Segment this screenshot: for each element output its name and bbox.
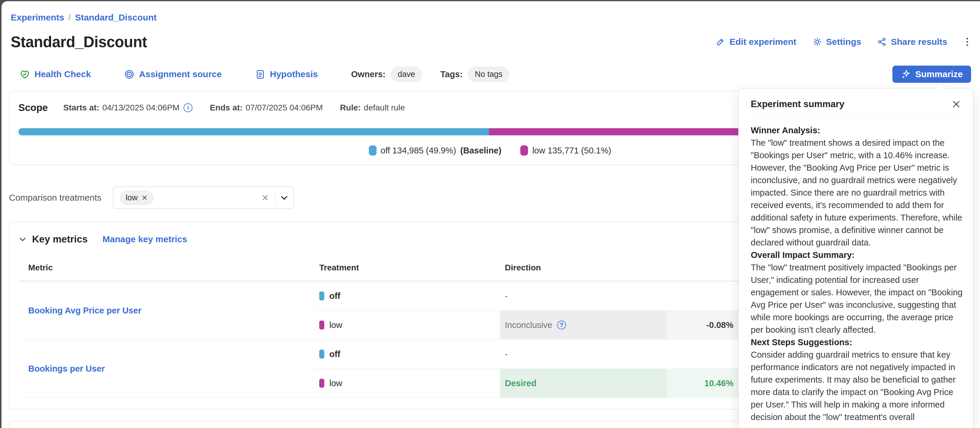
- summary-section-heading: Next Steps Suggestions:: [751, 336, 963, 349]
- column-header-metric: Metric: [18, 263, 319, 273]
- question-icon[interactable]: ?: [557, 320, 566, 330]
- owners-label: Owners:: [351, 70, 385, 79]
- direction-dash: -: [505, 291, 508, 301]
- treatment-name: off: [329, 291, 340, 301]
- sparkles-icon: [901, 69, 911, 79]
- summary-section-heading: Overall Impact Summary:: [751, 249, 963, 261]
- heart-check-icon: [20, 69, 30, 79]
- summary-section-body: Consider adding guardrail metrics to ens…: [751, 349, 963, 423]
- breadcrumb-separator: /: [68, 13, 71, 22]
- starts-at-label: Starts at:: [63, 103, 99, 113]
- low-swatch: [319, 379, 324, 388]
- pencil-icon: [716, 37, 725, 47]
- legend-low-text: low 135,771 (50.1%): [532, 146, 611, 155]
- legend-item-low: low 135,771 (50.1%): [520, 146, 611, 155]
- low-swatch: [319, 320, 324, 330]
- share-results-label: Share results: [891, 37, 947, 47]
- column-header-treatment: Treatment: [319, 263, 500, 273]
- treatment-name: low: [329, 379, 342, 388]
- scope-rule: Rule: default rule: [340, 103, 405, 113]
- direction-status: Desired: [505, 379, 536, 388]
- tab-hypothesis-label: Hypothesis: [270, 69, 318, 79]
- direction-dash: -: [505, 349, 508, 359]
- treatment-chip-low[interactable]: low: [120, 191, 154, 205]
- summarize-button[interactable]: Summarize: [892, 66, 971, 83]
- off-swatch: [319, 350, 324, 358]
- experiment-page: Experiments / Standard_Discount Standard…: [2, 1, 980, 428]
- document-icon: [255, 69, 266, 79]
- summarize-label: Summarize: [915, 69, 963, 79]
- select-clear-icon[interactable]: [259, 192, 271, 204]
- low-swatch: [520, 146, 528, 155]
- edit-experiment-label: Edit experiment: [729, 37, 796, 47]
- allocation-segment-off: [18, 128, 489, 135]
- ends-at-label: Ends at:: [210, 103, 242, 113]
- header-actions: Edit experiment Settings Share results: [716, 36, 971, 48]
- off-swatch: [369, 146, 377, 155]
- gear-icon: [813, 37, 822, 47]
- delta-value: 10.46%: [667, 369, 740, 398]
- comparison-treatments-label: Comparison treatments: [9, 193, 113, 203]
- starts-at-value: 04/13/2025 04:06PM: [102, 103, 179, 113]
- settings-label: Settings: [826, 37, 861, 47]
- off-swatch: [319, 292, 324, 300]
- select-chevron-down-icon[interactable]: [280, 193, 289, 202]
- share-results-button[interactable]: Share results: [877, 37, 947, 47]
- tab-hypothesis[interactable]: Hypothesis: [255, 69, 318, 79]
- legend-baseline-text: (Baseline): [460, 146, 501, 155]
- target-icon: [124, 69, 135, 79]
- delta-value: -0.08%: [667, 311, 740, 339]
- share-icon: [877, 37, 887, 47]
- collapse-chevron-down-icon[interactable]: [18, 235, 27, 243]
- tags-chip[interactable]: No tags: [468, 67, 509, 82]
- summary-panel-title: Experiment summary: [751, 99, 950, 109]
- toolbar: Health Check Assignment source Hypothesi…: [9, 65, 971, 83]
- tab-health-check-label: Health Check: [35, 69, 91, 79]
- tab-health-check[interactable]: Health Check: [20, 69, 91, 79]
- scope-title: Scope: [18, 102, 48, 113]
- manage-key-metrics-link[interactable]: Manage key metrics: [102, 234, 187, 244]
- owners-group: Owners: dave: [351, 67, 422, 82]
- tags-label: Tags:: [441, 70, 463, 79]
- rule-value: default rule: [364, 103, 405, 113]
- treatment-name: off: [329, 349, 340, 359]
- ends-at-value: 07/07/2025 04:06PM: [246, 103, 323, 113]
- scope-starts-at: Starts at: 04/13/2025 04:06PM i: [63, 103, 192, 113]
- key-metrics-title: Key metrics: [32, 234, 88, 245]
- settings-button[interactable]: Settings: [813, 37, 861, 47]
- summary-section-heading: Winner Analysis:: [751, 124, 963, 136]
- page-header: Standard_Discount Edit experiment Settin…: [9, 30, 971, 54]
- scope-ends-at: Ends at: 07/07/2025 04:06PM: [210, 103, 323, 113]
- info-icon[interactable]: i: [183, 103, 192, 112]
- summary-panel-body: Winner Analysis: The "low" treatment sho…: [739, 117, 973, 423]
- experiment-summary-panel: Experiment summary Winner Analysis: The …: [738, 88, 974, 428]
- metric-link[interactable]: Bookings per User: [28, 364, 105, 373]
- close-icon[interactable]: [950, 98, 962, 110]
- metric-link[interactable]: Booking Avg Price per User: [28, 306, 142, 315]
- more-options-icon[interactable]: [963, 36, 971, 48]
- edit-experiment-button[interactable]: Edit experiment: [716, 37, 796, 47]
- legend-off-text: off 134,985 (49.9%): [381, 146, 456, 155]
- tab-assignment-source-label: Assignment source: [139, 69, 221, 79]
- comparison-treatments-select[interactable]: low: [113, 186, 294, 209]
- legend-item-off: off 134,985 (49.9%) (Baseline): [369, 146, 501, 155]
- summary-section-body: The "low" treatment positively impacted …: [751, 261, 963, 336]
- treatment-chip-label: low: [126, 193, 138, 203]
- tags-group: Tags: No tags: [441, 67, 509, 82]
- breadcrumb: Experiments / Standard_Discount: [9, 1, 971, 22]
- chip-remove-icon[interactable]: [142, 194, 148, 201]
- direction-status: Inconclusive: [505, 320, 552, 330]
- page-title: Standard_Discount: [11, 33, 147, 51]
- tab-assignment-source[interactable]: Assignment source: [124, 69, 221, 79]
- rule-label: Rule:: [340, 103, 361, 113]
- breadcrumb-experiments-link[interactable]: Experiments: [11, 13, 64, 22]
- breadcrumb-current-link[interactable]: Standard_Discount: [75, 13, 156, 22]
- owner-chip[interactable]: dave: [391, 67, 422, 82]
- summary-section-body: The "low" treatment shows a desired impa…: [751, 136, 963, 249]
- treatment-name: low: [329, 320, 342, 330]
- column-header-direction: Direction: [500, 263, 667, 273]
